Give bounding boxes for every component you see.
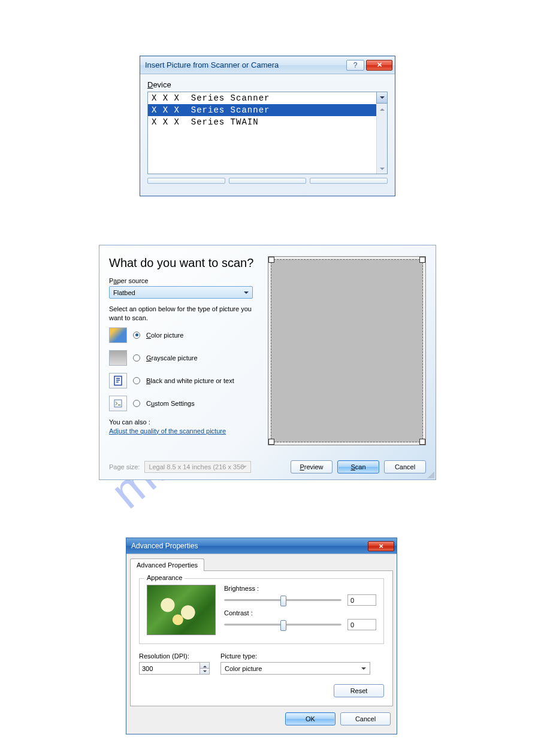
page-size-select: Legal 8.5 x 14 inches (216 x 356 — [144, 461, 251, 473]
resolution-input[interactable]: 300 — [139, 662, 210, 675]
paper-source-label: Paper source — [109, 277, 259, 284]
text-page-icon — [109, 373, 127, 388]
option-label: Color picture — [146, 332, 183, 339]
device-label: DDeviceevice — [147, 80, 171, 89]
resolution-label: Resolution (DPI): — [139, 652, 210, 660]
dialog-footer-button[interactable] — [229, 178, 307, 184]
adjust-quality-link[interactable]: Adjust the quality of the scanned pictur… — [109, 427, 226, 435]
close-icon: ✕ — [379, 543, 383, 549]
device-list-item[interactable]: X X X Series TWAIN — [148, 116, 376, 128]
radio-custom[interactable] — [133, 400, 140, 407]
brightness-label: Brightness : — [224, 585, 376, 592]
dialog-titlebar[interactable]: Advanced Properties ✕ — [126, 538, 397, 554]
dialog-title: Advanced Properties — [131, 542, 198, 550]
scan-instruction: Select an option below for the type of p… — [109, 305, 256, 323]
option-grayscale-picture[interactable]: Grayscale picture Grayscale picture — [109, 350, 259, 366]
close-button[interactable]: ✕ — [366, 60, 392, 71]
picture-type-value: Color picture — [225, 665, 262, 672]
paper-source-value: Flatbed — [113, 289, 135, 296]
tab-advanced-properties[interactable]: Advanced Properties — [130, 558, 204, 571]
selection-rectangle[interactable] — [271, 259, 423, 442]
help-icon: ? — [353, 61, 358, 69]
option-label: Custom Settings — [146, 400, 195, 407]
help-button[interactable]: ? — [346, 60, 364, 71]
ok-button[interactable]: OK — [285, 712, 335, 725]
dialog-footer-button[interactable] — [310, 178, 388, 184]
spin-down-icon[interactable] — [200, 669, 209, 674]
advanced-properties-dialog: Advanced Properties ✕ Advanced Propertie… — [126, 538, 397, 734]
close-icon: ✕ — [377, 61, 382, 69]
slider-handle[interactable] — [280, 620, 286, 631]
spin-up-icon[interactable] — [200, 663, 209, 669]
dialog-titlebar[interactable]: Insert Picture from Scanner or Camera ? … — [140, 56, 395, 74]
resize-grip-icon[interactable] — [427, 471, 434, 478]
radio-grayscale[interactable] — [133, 354, 140, 362]
scroll-down-icon[interactable] — [377, 164, 387, 174]
cancel-button[interactable]: Cancel — [384, 460, 426, 473]
page-size-value: Legal 8.5 x 14 inches (216 x 356 — [149, 463, 244, 470]
scan-title: What do you want to scan? — [109, 256, 259, 270]
scan-button[interactable]: Scan — [337, 460, 379, 473]
device-list-item[interactable]: X X X Series Scanner — [148, 92, 376, 104]
cancel-button[interactable]: Cancel — [340, 712, 391, 725]
preview-thumbnail — [147, 585, 216, 635]
scan-preview-area[interactable] — [268, 256, 426, 445]
svg-rect-1 — [114, 400, 122, 407]
device-combobox[interactable]: X X X Series Scanner X X X Series Scanne… — [147, 92, 388, 174]
scan-wizard-dialog: What do you want to scan? Paper source P… — [99, 245, 436, 480]
contrast-slider[interactable] — [224, 624, 341, 626]
you-can-also-label: You can also : — [109, 418, 259, 426]
device-list-item[interactable]: X X X Series Scanner — [148, 104, 376, 116]
close-button[interactable]: ✕ — [368, 541, 394, 551]
brightness-slider[interactable] — [224, 599, 341, 601]
reset-button[interactable]: Reset — [334, 684, 384, 697]
dialog-footer-button[interactable] — [147, 178, 225, 184]
radio-color[interactable] — [133, 332, 140, 339]
preview-button[interactable]: Preview — [291, 460, 333, 473]
scrollbar[interactable] — [376, 104, 387, 174]
dialog-title: Insert Picture from Scanner or Camera — [145, 60, 279, 69]
appearance-legend: Appearance — [144, 574, 185, 581]
paper-source-select[interactable]: Flatbed — [109, 286, 253, 299]
option-custom-settings[interactable]: Custom Settings Custom Settings — [109, 396, 259, 411]
chevron-down-icon[interactable] — [376, 92, 387, 104]
slider-handle[interactable] — [280, 596, 286, 606]
resize-handle[interactable] — [268, 439, 274, 445]
insert-picture-dialog: Insert Picture from Scanner or Camera ? … — [140, 56, 395, 196]
resize-handle[interactable] — [268, 257, 274, 263]
page-size-label: Page size: — [109, 463, 140, 470]
brightness-value[interactable]: 0 — [347, 594, 376, 606]
resize-handle[interactable] — [419, 257, 425, 263]
scroll-up-icon[interactable] — [377, 104, 387, 113]
resolution-value: 300 — [142, 665, 153, 672]
contrast-label: Contrast : — [224, 609, 376, 617]
option-bw-picture[interactable]: Black and white picture or text Black an… — [109, 373, 259, 388]
contrast-value[interactable]: 0 — [347, 619, 376, 630]
option-label: Black and white picture or text — [146, 377, 234, 384]
option-label: Grayscale picture — [146, 354, 198, 362]
color-photo-icon — [109, 327, 127, 343]
radio-bw[interactable] — [133, 377, 140, 384]
picture-type-label: Picture type: — [220, 652, 384, 660]
custom-settings-icon — [109, 396, 127, 411]
appearance-group: Appearance Brightness : 0 — [139, 578, 384, 644]
option-color-picture[interactable]: Color picture Color picture — [109, 327, 259, 343]
grayscale-photo-icon — [109, 350, 127, 366]
resize-handle[interactable] — [419, 439, 425, 445]
picture-type-select[interactable]: Color picture — [220, 662, 370, 675]
